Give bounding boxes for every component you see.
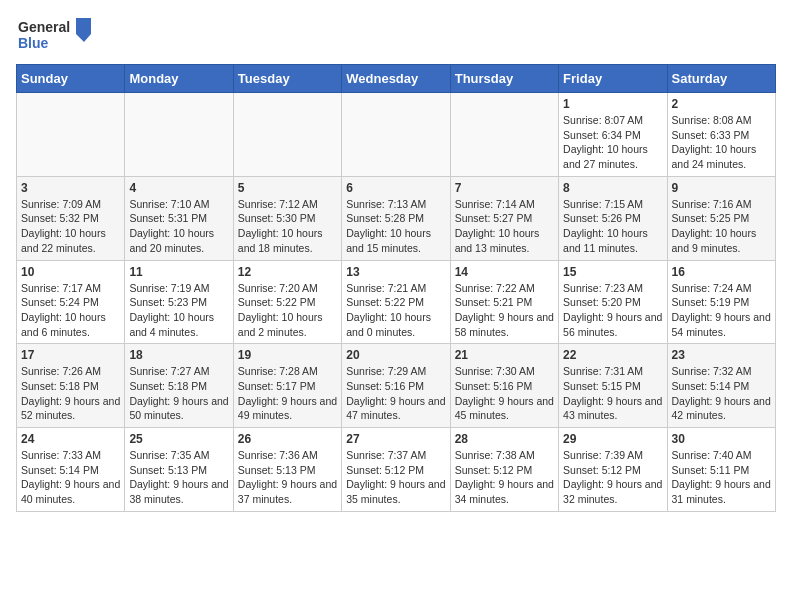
day-info: Sunrise: 7:15 AM Sunset: 5:26 PM Dayligh…	[563, 197, 662, 256]
day-number: 10	[21, 265, 120, 279]
week-row-4: 24Sunrise: 7:33 AM Sunset: 5:14 PM Dayli…	[17, 428, 776, 512]
day-info: Sunrise: 7:21 AM Sunset: 5:22 PM Dayligh…	[346, 281, 445, 340]
day-info: Sunrise: 7:39 AM Sunset: 5:12 PM Dayligh…	[563, 448, 662, 507]
day-cell: 15Sunrise: 7:23 AM Sunset: 5:20 PM Dayli…	[559, 260, 667, 344]
day-cell: 30Sunrise: 7:40 AM Sunset: 5:11 PM Dayli…	[667, 428, 775, 512]
day-cell: 10Sunrise: 7:17 AM Sunset: 5:24 PM Dayli…	[17, 260, 125, 344]
day-cell	[233, 93, 341, 177]
day-info: Sunrise: 7:40 AM Sunset: 5:11 PM Dayligh…	[672, 448, 771, 507]
day-info: Sunrise: 7:29 AM Sunset: 5:16 PM Dayligh…	[346, 364, 445, 423]
day-cell: 4Sunrise: 7:10 AM Sunset: 5:31 PM Daylig…	[125, 176, 233, 260]
week-row-3: 17Sunrise: 7:26 AM Sunset: 5:18 PM Dayli…	[17, 344, 776, 428]
day-number: 29	[563, 432, 662, 446]
day-info: Sunrise: 7:19 AM Sunset: 5:23 PM Dayligh…	[129, 281, 228, 340]
day-info: Sunrise: 7:31 AM Sunset: 5:15 PM Dayligh…	[563, 364, 662, 423]
day-info: Sunrise: 7:38 AM Sunset: 5:12 PM Dayligh…	[455, 448, 554, 507]
day-number: 9	[672, 181, 771, 195]
header-cell-saturday: Saturday	[667, 65, 775, 93]
day-info: Sunrise: 7:36 AM Sunset: 5:13 PM Dayligh…	[238, 448, 337, 507]
day-info: Sunrise: 7:33 AM Sunset: 5:14 PM Dayligh…	[21, 448, 120, 507]
day-number: 26	[238, 432, 337, 446]
day-number: 1	[563, 97, 662, 111]
day-cell: 23Sunrise: 7:32 AM Sunset: 5:14 PM Dayli…	[667, 344, 775, 428]
calendar-header: SundayMondayTuesdayWednesdayThursdayFrid…	[17, 65, 776, 93]
day-cell	[342, 93, 450, 177]
day-number: 20	[346, 348, 445, 362]
day-number: 28	[455, 432, 554, 446]
day-number: 19	[238, 348, 337, 362]
header-cell-tuesday: Tuesday	[233, 65, 341, 93]
header-cell-wednesday: Wednesday	[342, 65, 450, 93]
day-cell: 26Sunrise: 7:36 AM Sunset: 5:13 PM Dayli…	[233, 428, 341, 512]
day-info: Sunrise: 7:22 AM Sunset: 5:21 PM Dayligh…	[455, 281, 554, 340]
day-number: 11	[129, 265, 228, 279]
day-cell: 7Sunrise: 7:14 AM Sunset: 5:27 PM Daylig…	[450, 176, 558, 260]
day-cell: 2Sunrise: 8:08 AM Sunset: 6:33 PM Daylig…	[667, 93, 775, 177]
day-cell: 17Sunrise: 7:26 AM Sunset: 5:18 PM Dayli…	[17, 344, 125, 428]
day-info: Sunrise: 7:16 AM Sunset: 5:25 PM Dayligh…	[672, 197, 771, 256]
day-cell: 3Sunrise: 7:09 AM Sunset: 5:32 PM Daylig…	[17, 176, 125, 260]
day-cell: 1Sunrise: 8:07 AM Sunset: 6:34 PM Daylig…	[559, 93, 667, 177]
day-info: Sunrise: 7:28 AM Sunset: 5:17 PM Dayligh…	[238, 364, 337, 423]
day-cell: 8Sunrise: 7:15 AM Sunset: 5:26 PM Daylig…	[559, 176, 667, 260]
logo-svg: GeneralBlue	[16, 16, 96, 56]
day-number: 2	[672, 97, 771, 111]
day-number: 3	[21, 181, 120, 195]
day-cell: 14Sunrise: 7:22 AM Sunset: 5:21 PM Dayli…	[450, 260, 558, 344]
svg-marker-0	[76, 18, 91, 34]
day-info: Sunrise: 7:09 AM Sunset: 5:32 PM Dayligh…	[21, 197, 120, 256]
day-info: Sunrise: 7:26 AM Sunset: 5:18 PM Dayligh…	[21, 364, 120, 423]
day-number: 24	[21, 432, 120, 446]
day-cell: 24Sunrise: 7:33 AM Sunset: 5:14 PM Dayli…	[17, 428, 125, 512]
week-row-2: 10Sunrise: 7:17 AM Sunset: 5:24 PM Dayli…	[17, 260, 776, 344]
week-row-1: 3Sunrise: 7:09 AM Sunset: 5:32 PM Daylig…	[17, 176, 776, 260]
day-cell	[450, 93, 558, 177]
day-info: Sunrise: 7:37 AM Sunset: 5:12 PM Dayligh…	[346, 448, 445, 507]
day-info: Sunrise: 7:10 AM Sunset: 5:31 PM Dayligh…	[129, 197, 228, 256]
day-info: Sunrise: 8:08 AM Sunset: 6:33 PM Dayligh…	[672, 113, 771, 172]
svg-text:General: General	[18, 19, 70, 35]
day-number: 5	[238, 181, 337, 195]
calendar-body: 1Sunrise: 8:07 AM Sunset: 6:34 PM Daylig…	[17, 93, 776, 512]
day-info: Sunrise: 7:35 AM Sunset: 5:13 PM Dayligh…	[129, 448, 228, 507]
day-number: 8	[563, 181, 662, 195]
logo: GeneralBlue	[16, 16, 96, 56]
day-cell: 11Sunrise: 7:19 AM Sunset: 5:23 PM Dayli…	[125, 260, 233, 344]
svg-marker-1	[76, 34, 91, 42]
week-row-0: 1Sunrise: 8:07 AM Sunset: 6:34 PM Daylig…	[17, 93, 776, 177]
day-cell: 6Sunrise: 7:13 AM Sunset: 5:28 PM Daylig…	[342, 176, 450, 260]
day-number: 4	[129, 181, 228, 195]
day-info: Sunrise: 7:30 AM Sunset: 5:16 PM Dayligh…	[455, 364, 554, 423]
day-number: 14	[455, 265, 554, 279]
day-number: 21	[455, 348, 554, 362]
day-cell: 22Sunrise: 7:31 AM Sunset: 5:15 PM Dayli…	[559, 344, 667, 428]
day-info: Sunrise: 7:24 AM Sunset: 5:19 PM Dayligh…	[672, 281, 771, 340]
day-cell: 27Sunrise: 7:37 AM Sunset: 5:12 PM Dayli…	[342, 428, 450, 512]
day-cell: 28Sunrise: 7:38 AM Sunset: 5:12 PM Dayli…	[450, 428, 558, 512]
day-cell: 18Sunrise: 7:27 AM Sunset: 5:18 PM Dayli…	[125, 344, 233, 428]
day-cell: 13Sunrise: 7:21 AM Sunset: 5:22 PM Dayli…	[342, 260, 450, 344]
day-info: Sunrise: 7:20 AM Sunset: 5:22 PM Dayligh…	[238, 281, 337, 340]
day-cell: 19Sunrise: 7:28 AM Sunset: 5:17 PM Dayli…	[233, 344, 341, 428]
day-number: 27	[346, 432, 445, 446]
day-cell	[125, 93, 233, 177]
day-number: 6	[346, 181, 445, 195]
day-info: Sunrise: 7:17 AM Sunset: 5:24 PM Dayligh…	[21, 281, 120, 340]
day-number: 17	[21, 348, 120, 362]
day-number: 23	[672, 348, 771, 362]
calendar-table: SundayMondayTuesdayWednesdayThursdayFrid…	[16, 64, 776, 512]
svg-text:Blue: Blue	[18, 35, 49, 51]
day-info: Sunrise: 7:23 AM Sunset: 5:20 PM Dayligh…	[563, 281, 662, 340]
day-info: Sunrise: 7:12 AM Sunset: 5:30 PM Dayligh…	[238, 197, 337, 256]
day-number: 15	[563, 265, 662, 279]
day-cell: 5Sunrise: 7:12 AM Sunset: 5:30 PM Daylig…	[233, 176, 341, 260]
day-number: 12	[238, 265, 337, 279]
day-cell: 12Sunrise: 7:20 AM Sunset: 5:22 PM Dayli…	[233, 260, 341, 344]
day-number: 25	[129, 432, 228, 446]
day-number: 22	[563, 348, 662, 362]
day-cell: 21Sunrise: 7:30 AM Sunset: 5:16 PM Dayli…	[450, 344, 558, 428]
header-cell-friday: Friday	[559, 65, 667, 93]
page-header: GeneralBlue	[16, 16, 776, 56]
day-info: Sunrise: 7:14 AM Sunset: 5:27 PM Dayligh…	[455, 197, 554, 256]
day-info: Sunrise: 7:13 AM Sunset: 5:28 PM Dayligh…	[346, 197, 445, 256]
